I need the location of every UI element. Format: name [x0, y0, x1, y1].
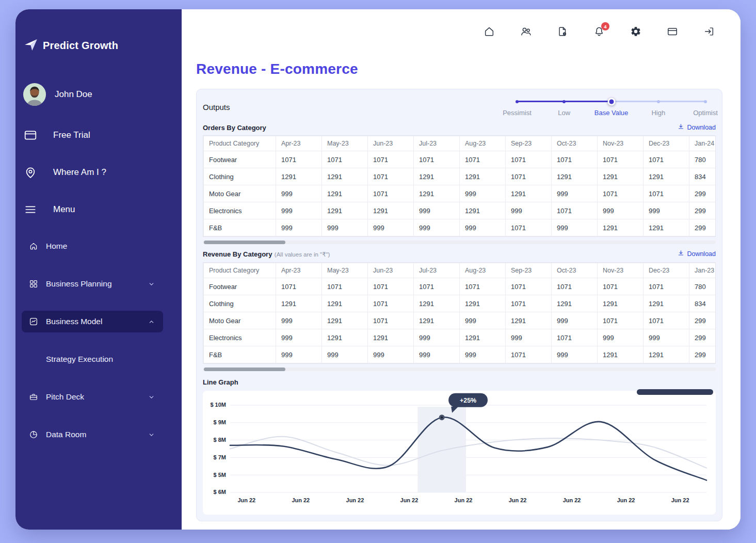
column-header: Dec-23 — [644, 263, 689, 278]
table-cell: 299 — [689, 329, 716, 346]
table-cell: 1071 — [644, 185, 689, 202]
user-profile[interactable]: John Doe — [15, 83, 182, 106]
card-icon[interactable] — [667, 26, 678, 37]
sidebar-item-label: Strategy Execution — [46, 355, 113, 364]
table-cell: 1071 — [506, 151, 552, 168]
slider-stop[interactable] — [704, 100, 707, 103]
table-cell: 1291 — [414, 295, 460, 312]
slider-label-optimist[interactable]: Optimist — [693, 109, 718, 117]
slider-stop[interactable] — [657, 100, 660, 103]
table-cell: 780 — [689, 278, 716, 295]
column-header: Product Category — [204, 263, 276, 278]
table-cell: 1291 — [552, 168, 598, 185]
table-cell: 1291 — [506, 185, 552, 202]
briefcase-icon — [29, 392, 38, 402]
scrollbar-thumb[interactable] — [204, 241, 285, 244]
slider-stop[interactable] — [562, 100, 566, 103]
table-row: Footwear10711071107110711071107110711071… — [204, 278, 716, 295]
grid-icon — [29, 279, 38, 289]
table-cell: 1291 — [414, 168, 460, 185]
svg-text:Jun 22: Jun 22 — [400, 497, 419, 503]
chart-icon — [29, 317, 38, 326]
table-cell: 999 — [644, 202, 689, 219]
card-icon — [23, 129, 37, 142]
slider-label-high[interactable]: High — [651, 109, 665, 117]
table-cell: 1291 — [598, 219, 644, 236]
sidebar-item-data-room[interactable]: Data Room — [22, 424, 163, 445]
slider-label-base-value[interactable]: Base Value — [594, 109, 629, 117]
sidebar-item-where-am-i[interactable]: Where Am I ? — [15, 161, 182, 184]
chevron-down-icon — [148, 281, 155, 288]
line-graph-title: Line Graph — [203, 378, 238, 386]
column-header: Nov-23 — [598, 136, 644, 151]
slider-handle[interactable] — [607, 98, 615, 105]
table-row: F&B999999999999999107199912911291299 — [204, 219, 716, 236]
table-cell: 1291 — [414, 185, 460, 202]
outputs-label: Outputs — [203, 103, 230, 111]
brand[interactable]: Predict Growth — [15, 36, 182, 55]
table-cell: 1291 — [460, 329, 506, 346]
sidebar-item-label: Menu — [53, 204, 75, 215]
location-pin-icon — [23, 166, 37, 179]
line-chart[interactable]: $ 10M$ 9M$ 8M$ 7M$ 5M$ 6M+25%Jun 22Jun 2… — [203, 391, 716, 515]
table-cell: 1071 — [368, 278, 414, 295]
table-cell: 1071 — [506, 278, 552, 295]
sidebar-item-business-planning[interactable]: Business Planning — [22, 273, 163, 295]
scrollbar-thumb[interactable] — [204, 368, 285, 371]
settings-gear-icon[interactable] — [630, 26, 641, 37]
slider-label-low[interactable]: Low — [558, 109, 570, 117]
horizontal-scrollbar[interactable] — [203, 241, 716, 244]
table-cell: Electronics — [204, 202, 276, 219]
horizontal-scrollbar[interactable] — [203, 368, 716, 371]
table-cell: 1291 — [598, 346, 644, 363]
column-header: Apr-23 — [276, 136, 322, 151]
slider-label-pessimist[interactable]: Pessimist — [503, 109, 532, 117]
table-cell: 299 — [689, 202, 716, 219]
brand-name: Predict Growth — [43, 40, 118, 52]
table-cell: 1071 — [644, 278, 689, 295]
table-cell: Electronics — [204, 329, 276, 346]
table-cell: F&B — [204, 346, 276, 363]
sidebar-item-label: Where Am I ? — [53, 167, 106, 178]
sidebar-item-label: Data Room — [46, 430, 86, 439]
svg-text:Jun 22: Jun 22 — [563, 497, 581, 503]
sidebar-item-menu[interactable]: Menu — [15, 198, 182, 221]
column-header: Nov-23 — [598, 263, 644, 278]
table-cell: 999 — [368, 219, 414, 236]
column-header: Oct-23 — [552, 263, 598, 278]
revenue-download-link[interactable]: Download — [678, 250, 716, 258]
table-cell: 999 — [276, 185, 322, 202]
table-cell: 999 — [322, 219, 368, 236]
slider-track[interactable] — [517, 98, 705, 105]
users-icon[interactable] — [520, 26, 532, 37]
column-header: Sep-23 — [506, 263, 552, 278]
revenue-table: Product CategoryApr-23May-23Jun-23Jul-23… — [203, 262, 716, 364]
home-icon[interactable] — [484, 26, 495, 37]
table-cell: 999 — [276, 219, 322, 236]
table-cell: 1291 — [322, 329, 368, 346]
table-cell: 1071 — [368, 151, 414, 168]
table-cell: 999 — [276, 312, 322, 329]
sidebar-item-free-trial[interactable]: Free Trial — [15, 124, 182, 147]
bell-icon[interactable]: 4 — [593, 26, 605, 37]
sidebar-item-strategy-execution[interactable]: Strategy Execution — [22, 348, 163, 370]
table-cell: 1291 — [460, 202, 506, 219]
slider-stop[interactable] — [516, 100, 519, 103]
revenue-table-subtitle: (All values are in "₹") — [275, 251, 330, 258]
table-cell: 1291 — [322, 312, 368, 329]
logout-icon[interactable] — [703, 26, 715, 37]
orders-download-link[interactable]: Download — [678, 123, 716, 132]
document-info-icon[interactable]: i — [557, 26, 568, 37]
table-cell: 999 — [414, 329, 460, 346]
sidebar-item-home[interactable]: Home — [22, 235, 163, 257]
table-cell: 1291 — [414, 312, 460, 329]
sidebar-item-business-model[interactable]: Business Model — [22, 311, 163, 332]
column-header: Sep-23 — [506, 136, 552, 151]
avatar — [23, 83, 46, 106]
table-cell: 1291 — [644, 168, 689, 185]
svg-text:Jun 22: Jun 22 — [509, 497, 527, 503]
sidebar-item-pitch-deck[interactable]: Pitch Deck — [22, 386, 163, 408]
main-content: i 4 Revenue - E-commerce Outputs — [182, 9, 741, 530]
column-header: Aug-23 — [460, 136, 506, 151]
scenario-slider[interactable]: PessimistLowBase ValueHighOptimist — [517, 98, 705, 118]
